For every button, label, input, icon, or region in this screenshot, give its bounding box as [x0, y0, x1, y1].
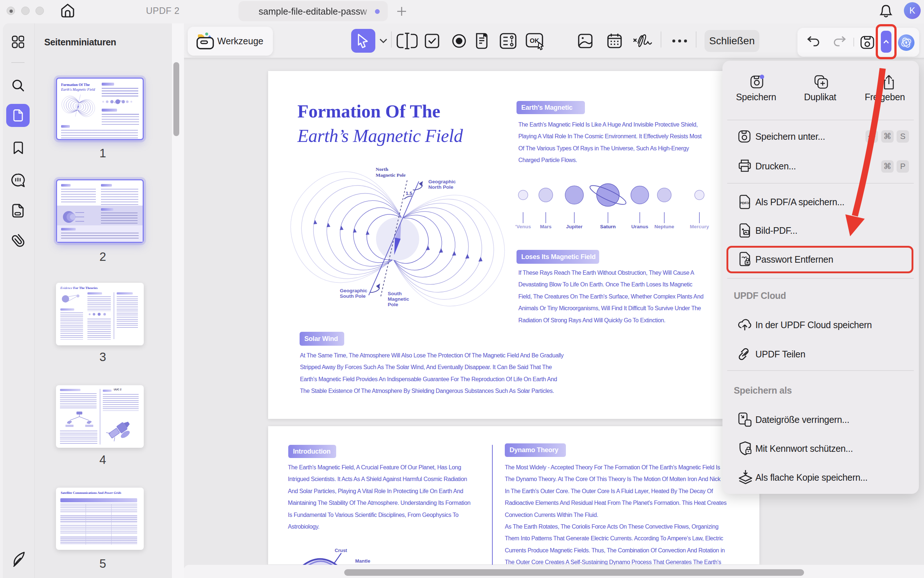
svg-text:Saturn: Saturn — [600, 224, 616, 229]
svg-text:OK: OK — [530, 37, 539, 44]
svg-text:Neptune: Neptune — [655, 224, 674, 229]
svg-text:PDF/A: PDF/A — [740, 201, 750, 205]
svg-text:Mercury: Mercury — [690, 224, 709, 229]
svg-text:Jupiter: Jupiter — [566, 224, 583, 229]
svg-text:Uranus: Uranus — [631, 224, 648, 229]
svg-text:'Venus: 'Venus — [515, 224, 531, 229]
svg-text:Mars: Mars — [540, 224, 552, 229]
